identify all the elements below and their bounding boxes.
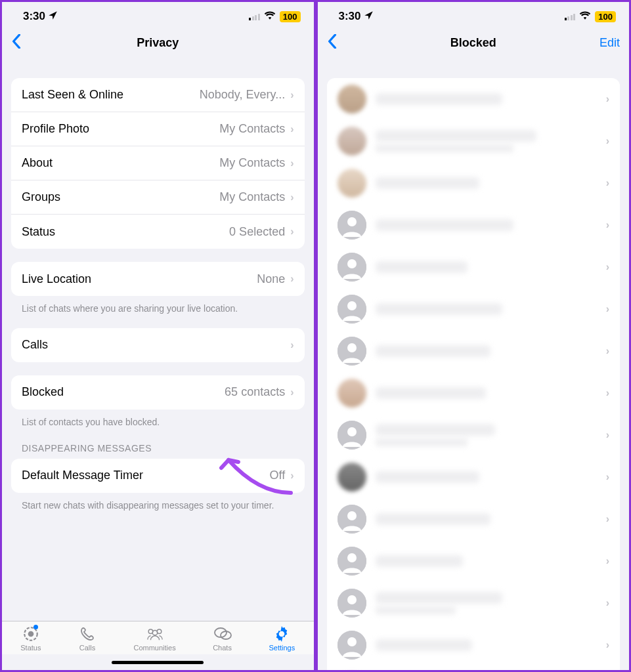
tab-status[interactable]: Status	[20, 625, 41, 652]
chevron-right-icon: ›	[606, 429, 609, 441]
chevron-right-icon: ›	[290, 192, 294, 203]
chevron-right-icon: ›	[290, 339, 294, 351]
svg-point-1	[28, 631, 34, 637]
chevron-right-icon: ›	[290, 470, 294, 482]
blocked-contact-row[interactable]: ›	[327, 120, 620, 162]
blocked-contact-row[interactable]: ›	[327, 498, 620, 540]
chevron-right-icon: ›	[606, 177, 609, 189]
blocked-contact-row[interactable]: ›	[327, 246, 620, 288]
avatar	[337, 85, 366, 114]
avatar-placeholder	[337, 337, 366, 366]
signal-icon	[249, 12, 260, 20]
chevron-right-icon: ›	[290, 89, 294, 101]
row-profile-photo[interactable]: Profile Photo My Contacts ›	[11, 112, 305, 146]
status-time: 3:30	[339, 10, 361, 23]
tab-chats[interactable]: Chats	[213, 625, 232, 652]
blocked-contact-row[interactable]: ›	[327, 414, 620, 456]
row-blocked[interactable]: Blocked 65 contacts ›	[11, 375, 305, 410]
calls-icon	[78, 625, 97, 642]
group-live-location: Live Location None ›	[11, 262, 305, 296]
group-blocked: Blocked 65 contacts ›	[11, 375, 305, 410]
avatar-placeholder	[337, 295, 366, 324]
timer-footer: Start new chats with disappearing messag…	[11, 493, 305, 520]
chevron-right-icon: ›	[606, 555, 609, 567]
phone-privacy: 3:30 100 Privacy Last Seen & Online Nobo…	[0, 0, 316, 672]
avatar	[337, 463, 366, 492]
tab-calls[interactable]: Calls	[78, 625, 97, 652]
tab-communities[interactable]: Communities	[133, 625, 175, 652]
chevron-right-icon: ›	[606, 471, 609, 483]
row-live-location[interactable]: Live Location None ›	[11, 262, 305, 296]
row-calls[interactable]: Calls ›	[11, 328, 305, 362]
page-title: Privacy	[44, 36, 272, 50]
row-about[interactable]: About My Contacts ›	[11, 146, 305, 180]
chats-icon	[213, 625, 232, 642]
back-button[interactable]	[11, 32, 44, 53]
avatar	[337, 127, 366, 156]
blocked-contact-row[interactable]: ›	[327, 582, 620, 624]
location-arrow-icon	[48, 10, 58, 23]
svg-point-8	[347, 217, 357, 226]
blocked-contact-row[interactable]: ›	[327, 372, 620, 414]
avatar-placeholder	[337, 253, 366, 282]
settings-icon	[272, 625, 291, 642]
blocked-contact-row[interactable]: ›	[327, 204, 620, 246]
status-icon	[22, 625, 40, 642]
disappearing-header: DISAPPEARING MESSAGES	[11, 429, 305, 459]
nav-bar: Privacy	[2, 27, 314, 61]
blocked-contact-row[interactable]: ›	[327, 288, 620, 330]
battery-indicator: 100	[595, 11, 616, 22]
row-status[interactable]: Status 0 Selected ›	[11, 215, 305, 249]
blocked-contact-row[interactable]: ›	[327, 666, 620, 670]
blocked-footer: List of contacts you have blocked.	[11, 410, 305, 429]
chevron-right-icon: ›	[606, 513, 609, 525]
chevron-right-icon: ›	[606, 387, 609, 399]
svg-point-10	[347, 259, 357, 268]
status-bar: 3:30 100	[318, 2, 630, 27]
back-button[interactable]	[327, 32, 360, 53]
blocked-list-scroll[interactable]: › › › › ›	[318, 61, 630, 670]
avatar-placeholder	[337, 589, 366, 618]
home-indicator[interactable]	[2, 654, 314, 670]
edit-button[interactable]: Edit	[587, 36, 620, 50]
tab-settings[interactable]: Settings	[269, 625, 295, 652]
row-groups[interactable]: Groups My Contacts ›	[11, 180, 305, 215]
chevron-right-icon: ›	[606, 261, 609, 273]
chevron-right-icon: ›	[606, 135, 609, 147]
signal-icon	[565, 12, 576, 20]
group-visibility: Last Seen & Online Nobody, Every... › Pr…	[11, 78, 305, 249]
svg-point-12	[347, 301, 357, 310]
avatar	[337, 169, 366, 198]
blocked-contact-row[interactable]: ›	[327, 540, 620, 582]
blocked-contact-row[interactable]: ›	[327, 456, 620, 498]
row-last-seen[interactable]: Last Seen & Online Nobody, Every... ›	[11, 78, 305, 112]
avatar-placeholder	[337, 547, 366, 576]
wifi-icon	[579, 10, 591, 23]
battery-indicator: 100	[280, 11, 301, 22]
settings-scroll[interactable]: Last Seen & Online Nobody, Every... › Pr…	[2, 61, 314, 621]
blocked-contact-row[interactable]: ›	[327, 624, 620, 666]
chevron-right-icon: ›	[606, 345, 609, 357]
avatar	[337, 379, 366, 408]
chevron-right-icon: ›	[606, 303, 609, 315]
chevron-right-icon: ›	[290, 123, 294, 135]
svg-point-4	[152, 630, 157, 635]
tab-bar: Status Calls Communities Chats Settings	[2, 621, 314, 654]
blocked-contact-row[interactable]: ›	[327, 78, 620, 120]
phone-blocked: 3:30 100 Blocked Edit ›	[316, 0, 632, 672]
blocked-contact-row[interactable]: ›	[327, 330, 620, 372]
chevron-right-icon: ›	[290, 273, 294, 285]
chevron-right-icon: ›	[290, 226, 294, 238]
row-default-timer[interactable]: Default Message Timer Off ›	[11, 459, 305, 493]
chevron-right-icon: ›	[290, 387, 294, 398]
svg-point-14	[347, 343, 357, 352]
svg-point-22	[347, 595, 357, 604]
blocked-contact-row[interactable]: ›	[327, 162, 620, 204]
group-calls: Calls ›	[11, 328, 305, 362]
group-timer: Default Message Timer Off ›	[11, 459, 305, 493]
chevron-right-icon: ›	[290, 158, 294, 169]
avatar-placeholder	[337, 631, 366, 660]
chevron-right-icon: ›	[606, 93, 609, 105]
live-location-footer: List of chats where you are sharing your…	[11, 296, 305, 315]
page-title: Blocked	[360, 36, 588, 50]
